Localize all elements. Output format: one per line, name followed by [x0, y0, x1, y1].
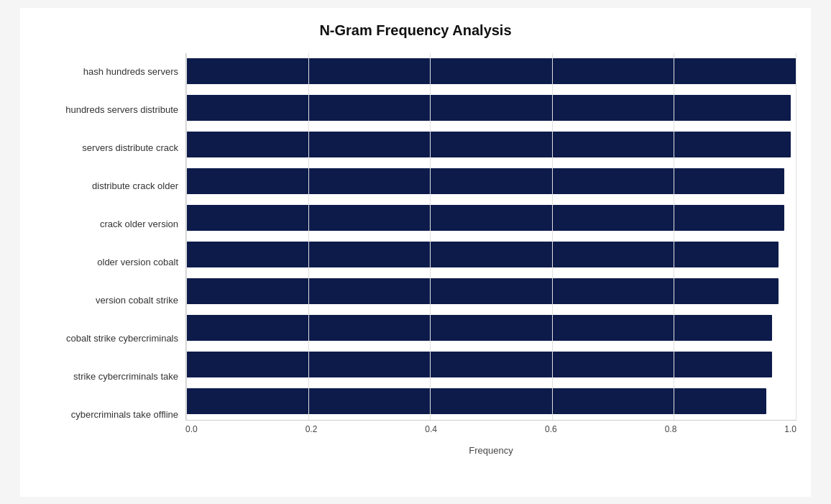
x-tick-label: 0.6	[545, 424, 557, 434]
y-label: hundreds servers distribute	[65, 104, 178, 116]
bar-row	[186, 92, 796, 124]
bar-row	[186, 202, 796, 234]
x-tick-label: 0.0	[185, 424, 198, 434]
bar-row	[186, 385, 796, 417]
y-label: crack older version	[100, 219, 178, 230]
y-label: hash hundreds servers	[83, 66, 178, 78]
bar	[186, 242, 779, 267]
y-label: version cobalt strike	[96, 295, 178, 306]
bar	[186, 168, 784, 194]
chart-area: hash hundreds servershundreds servers di…	[35, 53, 796, 456]
y-labels: hash hundreds servershundreds servers di…	[35, 53, 185, 456]
bar-row	[186, 165, 796, 197]
bars-area	[185, 53, 796, 421]
bar	[186, 132, 791, 157]
bar-row	[186, 349, 796, 380]
x-axis: 0.00.20.40.60.81.0	[185, 421, 796, 442]
bar	[186, 315, 772, 341]
y-label: servers distribute crack	[82, 142, 178, 154]
bars-and-x: 0.00.20.40.60.81.0 Frequency	[185, 53, 796, 456]
y-label: distribute crack older	[92, 180, 178, 192]
bar-row	[186, 129, 796, 160]
y-label: strike cybercriminals take	[73, 371, 178, 382]
bar	[186, 205, 784, 231]
bar-row	[186, 275, 796, 307]
x-tick-label: 0.4	[425, 424, 437, 434]
bar	[186, 95, 791, 121]
bar-row	[186, 55, 796, 87]
bar	[186, 352, 772, 377]
y-label: cybercriminals take offline	[71, 409, 178, 421]
bar-row	[186, 312, 796, 344]
bar	[186, 388, 766, 414]
bar-row	[186, 239, 796, 270]
y-label: older version cobalt	[97, 257, 178, 268]
chart-container: N-Gram Frequency Analysis hash hundreds …	[20, 8, 811, 497]
x-tick-label: 0.2	[306, 424, 318, 434]
y-label: cobalt strike cybercriminals	[66, 333, 178, 344]
x-axis-label: Frequency	[185, 445, 796, 456]
bar	[186, 278, 779, 304]
chart-title: N-Gram Frequency Analysis	[35, 22, 796, 39]
x-tick-label: 0.8	[665, 424, 677, 434]
x-tick-label: 1.0	[784, 424, 796, 434]
x-tick-labels: 0.00.20.40.60.81.0	[185, 424, 796, 434]
bar	[186, 58, 796, 84]
